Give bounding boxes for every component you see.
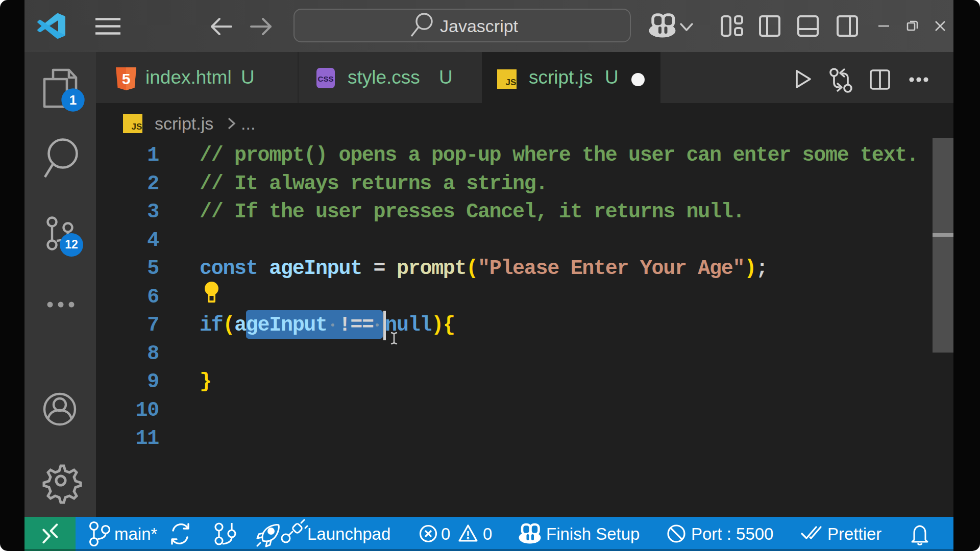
svg-text:JS: JS <box>506 78 517 87</box>
svg-text:CSS: CSS <box>318 74 334 83</box>
svg-text:5: 5 <box>122 70 131 87</box>
svg-text:JS: JS <box>132 122 142 132</box>
